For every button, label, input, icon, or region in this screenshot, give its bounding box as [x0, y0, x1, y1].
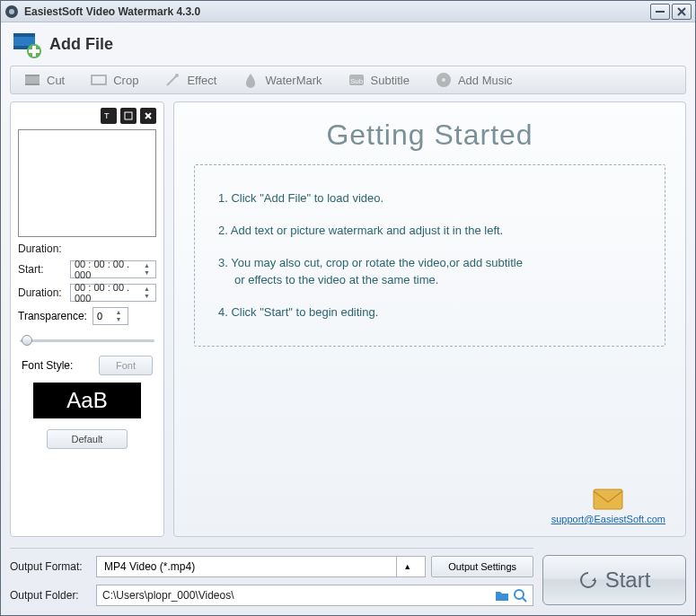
watermark-preview: [18, 129, 156, 237]
start-time-value: 00 : 00 : 00 . 000: [75, 259, 142, 280]
svg-text:T: T: [104, 111, 110, 120]
svg-rect-6: [13, 33, 35, 37]
step-2: 2. Add text or picture watermark and adj…: [218, 223, 641, 239]
watermark-tools: T: [18, 108, 156, 124]
remove-watermark-button[interactable]: [140, 108, 156, 124]
tool-cut[interactable]: Cut: [11, 66, 77, 93]
crop-icon: [90, 71, 108, 89]
svg-point-25: [515, 590, 524, 599]
transparency-label: Transparence:: [18, 310, 87, 322]
duration-time-input[interactable]: 00 : 00 : 00 . 000 ▲▼: [70, 284, 156, 302]
start-button-label: Start: [605, 568, 651, 593]
output-format-dropdown[interactable]: MP4 Video (*.mp4) ▲: [96, 556, 426, 577]
output-folder-input[interactable]: C:\Users\plopr_000\Videos\: [96, 585, 533, 606]
disc-icon: [435, 71, 453, 89]
output-format-label: Output Format:: [10, 560, 91, 573]
getting-started-title: Getting Started: [194, 119, 665, 152]
droplet-icon: [242, 71, 260, 89]
output-settings-button[interactable]: Output Settings: [431, 556, 533, 577]
tool-effect[interactable]: Effect: [151, 66, 229, 93]
svg-text:Sub: Sub: [349, 77, 363, 85]
support-link[interactable]: support@EasiestSoft.com: [551, 514, 665, 524]
font-button[interactable]: Font: [99, 356, 153, 375]
transparency-slider[interactable]: [20, 334, 154, 347]
subtitle-icon: Sub: [348, 71, 366, 89]
svg-rect-21: [125, 112, 132, 119]
duration-spinner[interactable]: ▲▼: [142, 286, 152, 300]
app-window: EasiestSoft Video Watermark 4.3.0 Add Fi…: [0, 0, 696, 616]
search-icon[interactable]: [513, 588, 527, 603]
font-style-label: Font Style:: [22, 359, 73, 372]
add-file-label: Add File: [49, 35, 113, 54]
svg-rect-2: [656, 11, 665, 13]
getting-started-panel: Getting Started 1. Click "Add File" to l…: [173, 101, 686, 537]
add-file-bar[interactable]: Add File: [1, 22, 695, 66]
start-spinner[interactable]: ▲▼: [142, 262, 152, 277]
font-sample: AaB: [33, 383, 141, 418]
step-4: 4. Click "Start" to begin editing.: [218, 304, 641, 321]
add-file-icon: [10, 28, 42, 60]
tool-watermark-label: WaterMark: [265, 74, 322, 87]
duration-time-value: 00 : 00 : 00 . 000: [75, 282, 142, 304]
tool-addmusic[interactable]: Add Music: [422, 66, 525, 93]
minimize-button[interactable]: [650, 4, 670, 20]
svg-point-15: [175, 74, 179, 77]
folder-icon[interactable]: [495, 588, 509, 603]
output-folder-label: Output Folder:: [10, 589, 91, 602]
svg-point-19: [442, 78, 445, 82]
svg-point-1: [9, 9, 14, 14]
output-bar: Output Format: MP4 Video (*.mp4) ▲ Outpu…: [1, 542, 695, 615]
mail-icon: [592, 488, 624, 511]
start-label: Start:: [18, 263, 66, 276]
default-button[interactable]: Default: [47, 429, 128, 449]
tool-subtitle[interactable]: Sub Subtitle: [335, 66, 422, 93]
body-area: T Duration: Start: 00 : 00 : 00 . 000 ▲▼…: [1, 94, 695, 542]
step-3: 3. You may also cut, crop or rotate the …: [218, 255, 641, 287]
edit-toolbar: Cut Crop Effect WaterMark Sub Subtitle A…: [10, 66, 686, 94]
tool-subtitle-label: Subtitle: [371, 74, 410, 87]
chevron-up-icon: ▲: [396, 557, 418, 576]
start-time-input[interactable]: 00 : 00 : 00 . 000 ▲▼: [70, 260, 156, 278]
transparency-value: 0: [97, 311, 102, 321]
film-icon: [23, 71, 41, 89]
svg-rect-24: [594, 489, 622, 509]
watermark-panel: T Duration: Start: 00 : 00 : 00 . 000 ▲▼…: [10, 101, 164, 537]
tool-cut-label: Cut: [47, 74, 65, 87]
tool-watermark[interactable]: WaterMark: [229, 66, 334, 93]
close-button[interactable]: [672, 4, 692, 20]
step-1: 1. Click "Add File" to load video.: [218, 190, 641, 207]
add-text-watermark-button[interactable]: T: [101, 108, 117, 124]
transparency-spinner[interactable]: ▲▼: [113, 309, 124, 323]
refresh-icon: [578, 570, 598, 590]
getting-started-steps: 1. Click "Add File" to load video. 2. Ad…: [194, 164, 665, 347]
svg-line-26: [523, 598, 526, 602]
output-format-value: MP4 Video (*.mp4): [104, 560, 195, 573]
output-folder-value: C:\Users\plopr_000\Videos\: [102, 589, 491, 602]
add-image-watermark-button[interactable]: [120, 108, 137, 124]
support-block: support@EasiestSoft.com: [551, 488, 665, 525]
duration-label: Duration:: [18, 286, 66, 299]
window-title: EasiestSoft Video Watermark 4.3.0: [24, 5, 648, 18]
transparency-input[interactable]: 0 ▲▼: [93, 307, 128, 325]
slider-thumb[interactable]: [22, 335, 32, 346]
output-settings-area: Output Format: MP4 Video (*.mp4) ▲ Outpu…: [10, 548, 533, 606]
duration-heading: Duration:: [18, 242, 156, 255]
titlebar: EasiestSoft Video Watermark 4.3.0: [1, 1, 695, 22]
svg-rect-14: [92, 75, 106, 84]
tool-crop[interactable]: Crop: [77, 66, 151, 93]
tool-crop-label: Crop: [113, 74, 138, 87]
start-button[interactable]: Start: [542, 555, 686, 605]
app-icon: [4, 4, 19, 19]
wand-icon: [163, 71, 181, 89]
svg-rect-12: [25, 75, 40, 76]
tool-effect-label: Effect: [187, 74, 216, 87]
tool-addmusic-label: Add Music: [458, 74, 513, 87]
svg-rect-13: [25, 84, 40, 85]
svg-rect-10: [29, 49, 40, 53]
